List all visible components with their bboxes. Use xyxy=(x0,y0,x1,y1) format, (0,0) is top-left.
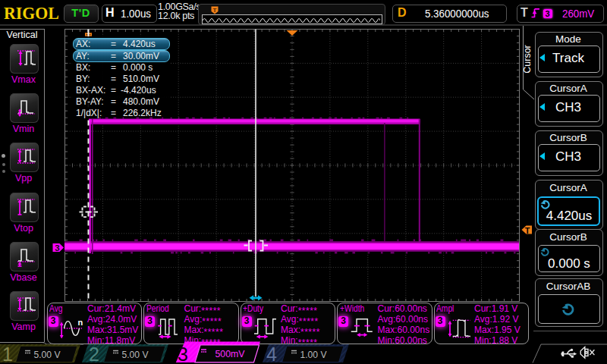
svg-text:4: 4 xyxy=(266,344,277,364)
svg-text:5.00 V: 5.00 V xyxy=(34,349,61,360)
svg-text:2: 2 xyxy=(89,344,99,364)
svg-text:500mV: 500mV xyxy=(215,348,245,359)
svg-text:1.00 V: 1.00 V xyxy=(300,349,327,360)
svg-text:3: 3 xyxy=(178,344,188,364)
svg-text:n: n xyxy=(77,318,83,327)
svg-text:5.00 V: 5.00 V xyxy=(122,349,149,360)
svg-text:3: 3 xyxy=(55,243,59,253)
svg-text:1: 1 xyxy=(2,344,13,364)
svg-text:T: T xyxy=(525,226,530,235)
